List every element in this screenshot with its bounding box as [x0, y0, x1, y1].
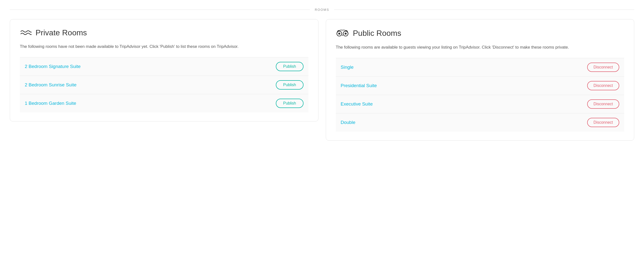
public-rooms-description: The following rooms are available to gue… [336, 44, 624, 51]
svg-point-1 [338, 33, 340, 35]
room-name: Presidential Suite [341, 83, 377, 88]
list-item: Presidential Suite Disconnect [336, 76, 624, 95]
list-item: Single Disconnect [336, 58, 624, 76]
disconnect-button[interactable]: Disconnect [587, 99, 619, 109]
room-name: Executive Suite [341, 101, 373, 107]
public-rooms-list: Single Disconnect Presidential Suite Dis… [336, 58, 624, 131]
disconnect-button[interactable]: Disconnect [587, 81, 619, 90]
svg-point-3 [345, 33, 346, 35]
private-rooms-description: The following rooms have not been made a… [20, 43, 308, 50]
public-rooms-header: Public Rooms [336, 28, 624, 38]
private-rooms-list: 2 Bedroom Signature Suite Publish 2 Bedr… [20, 57, 308, 112]
list-item: 1 Bedroom Garden Suite Publish [20, 94, 308, 112]
private-rooms-card: Private Rooms The following rooms have n… [10, 19, 318, 121]
public-rooms-title: Public Rooms [353, 29, 401, 38]
section-header: ROOMS [10, 7, 634, 12]
list-item: Double Disconnect [336, 113, 624, 131]
publish-button[interactable]: Publish [276, 99, 303, 108]
list-item: 2 Bedroom Signature Suite Publish [20, 57, 308, 76]
room-name: 2 Bedroom Signature Suite [25, 64, 80, 69]
disconnect-button[interactable]: Disconnect [587, 118, 619, 127]
private-rooms-title: Private Rooms [36, 28, 87, 37]
section-title: ROOMS [310, 8, 334, 12]
list-item: 2 Bedroom Sunrise Suite Publish [20, 76, 308, 94]
page-container: ROOMS Private Rooms The follo [0, 0, 644, 148]
room-name: 2 Bedroom Sunrise Suite [25, 82, 76, 88]
private-rooms-header: Private Rooms [20, 28, 308, 37]
cards-container: Private Rooms The following rooms have n… [10, 19, 634, 141]
room-name: Single [341, 65, 354, 70]
private-rooms-icon [20, 29, 32, 37]
tripadvisor-icon [336, 28, 349, 38]
list-item: Executive Suite Disconnect [336, 95, 624, 113]
publish-button[interactable]: Publish [276, 62, 303, 71]
room-name: 1 Bedroom Garden Suite [25, 101, 76, 106]
room-name: Double [341, 120, 356, 125]
disconnect-button[interactable]: Disconnect [587, 63, 619, 72]
public-rooms-card: Public Rooms The following rooms are ava… [326, 19, 634, 141]
publish-button[interactable]: Publish [276, 80, 303, 90]
